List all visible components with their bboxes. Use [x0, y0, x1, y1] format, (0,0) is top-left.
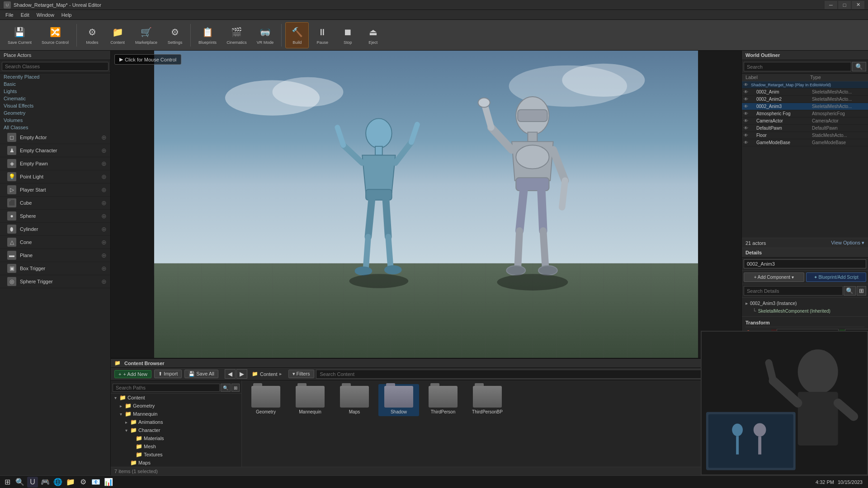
menu-window[interactable]: Window — [33, 11, 58, 19]
outliner-root[interactable]: 👁 Shadow_Retarget_Map (Play In EditoWorl… — [742, 81, 868, 89]
blueprint-script-button[interactable]: ✦ Blueprint/Add Script — [806, 272, 867, 282]
marketplace-button[interactable]: 🛒 Marketplace — [131, 22, 161, 48]
details-search-input[interactable] — [744, 286, 843, 296]
outliner-gamemode[interactable]: 👁 GameModeBase GameModeBase — [742, 139, 868, 146]
taskbar-app1-icon[interactable]: 📧 — [90, 477, 101, 488]
nav-back-button[interactable]: ◀ — [225, 369, 236, 379]
add-new-button[interactable]: + + Add New — [114, 370, 151, 378]
component-skeletal[interactable]: └ SkeletalMeshComponent (Inherited) — [745, 307, 864, 314]
maximize-button[interactable]: □ — [838, 1, 851, 9]
taskbar-steam-icon[interactable]: 🎮 — [40, 477, 51, 488]
search-classes-input[interactable] — [2, 62, 108, 71]
tree-geometry[interactable]: ▸ 📁 Geometry — [111, 402, 241, 410]
taskbar-browser-icon[interactable]: 🌐 — [52, 477, 63, 488]
outliner-floor[interactable]: 👁 Floor StaticMeshActo... — [742, 132, 868, 139]
tree-search-button[interactable]: 🔍 — [221, 384, 231, 392]
taskbar-settings-icon[interactable]: ⚙ — [78, 477, 89, 488]
outliner-default-pawn[interactable]: 👁 DefaultPawn DefaultPawn — [742, 125, 868, 132]
folder-thirdperson-icon — [429, 386, 458, 408]
actor-point-light[interactable]: 💡 Point Light ⊕ — [0, 170, 110, 183]
viewport[interactable]: ▶ Click for Mouse Control — [111, 51, 741, 358]
actor-cone[interactable]: △ Cone ⊕ — [0, 236, 110, 249]
category-lights[interactable]: Lights — [0, 88, 110, 95]
content-button[interactable]: 📁 Content — [106, 22, 129, 48]
add-component-button[interactable]: + Add Component ▾ — [744, 272, 804, 282]
modes-icon: ⚙ — [85, 25, 99, 39]
import-button[interactable]: ⬆ Import — [154, 370, 182, 378]
details-name-input[interactable] — [744, 259, 866, 268]
folder-geometry[interactable]: Geometry — [245, 384, 286, 416]
folder-mannequin[interactable]: Mannequin — [290, 384, 330, 416]
eject-button[interactable]: ⏏ Eject — [361, 22, 385, 48]
taskbar-explorer-icon[interactable]: 📁 — [65, 477, 76, 488]
category-basic[interactable]: Basic — [0, 80, 110, 88]
settings-button[interactable]: ⚙ Settings — [163, 22, 187, 48]
source-control-button[interactable]: 🔀 Source Control — [38, 22, 73, 48]
actor-cube[interactable]: ⬛ Cube ⊕ — [0, 197, 110, 210]
outliner-anim3[interactable]: 👁 0002_Anim3 SkeletalMeshActo... — [742, 103, 868, 110]
taskbar-search-icon[interactable]: 🔍 — [14, 477, 25, 488]
tree-options-button[interactable]: ⊞ — [231, 384, 240, 392]
outliner-anim1[interactable]: 👁 0002_Anim SkeletalMeshActo... — [742, 89, 868, 96]
modes-button[interactable]: ⚙ Modes — [80, 22, 104, 48]
actor-sphere[interactable]: ● Sphere ⊕ — [0, 210, 110, 223]
category-visual-effects[interactable]: Visual Effects — [0, 102, 110, 109]
category-all-classes[interactable]: All Classes — [0, 124, 110, 131]
nav-forward-button[interactable]: ▶ — [236, 369, 247, 379]
category-cinematic[interactable]: Cinematic — [0, 95, 110, 102]
details-search-icon[interactable]: 🔍 — [844, 286, 856, 296]
outliner-search-input[interactable] — [744, 62, 851, 71]
tree-content-root[interactable]: ▾ 📁 Content — [111, 394, 241, 402]
actor-sphere-trigger[interactable]: ◎ Sphere Trigger ⊕ — [0, 275, 110, 288]
tree-maps[interactable]: 📁 Maps — [111, 459, 241, 467]
actor-empty-character[interactable]: ♟ Empty Character ⊕ — [0, 144, 110, 157]
folder-shadow[interactable]: Shadow — [378, 384, 419, 416]
category-geometry[interactable]: Geometry — [0, 109, 110, 117]
save-current-button[interactable]: 💾 Save Current — [4, 22, 36, 48]
taskbar-app2-icon[interactable]: 📊 — [103, 477, 114, 488]
stop-button[interactable]: ⏹ Stop — [336, 22, 359, 48]
menu-edit[interactable]: Edit — [17, 11, 33, 19]
actor-cylinder[interactable]: ⬮ Cylinder ⊕ — [0, 223, 110, 236]
menu-file[interactable]: File — [2, 11, 17, 19]
pawn-type: DefaultPawn — [812, 126, 866, 131]
save-all-button[interactable]: 💾 Save All — [184, 370, 218, 378]
folder-thirdpersonbp[interactable]: ThirdPersonBP — [467, 384, 508, 416]
taskbar-windows-icon[interactable]: ⊞ — [2, 477, 13, 488]
tree-mesh[interactable]: 📁 Mesh — [111, 442, 241, 450]
pause-button[interactable]: ⏸ Pause — [311, 22, 334, 48]
tree-materials[interactable]: 📁 Materials — [111, 434, 241, 442]
category-recently-placed[interactable]: Recently Placed — [0, 73, 110, 80]
close-button[interactable]: ✕ — [852, 1, 864, 9]
taskbar-unreal-icon[interactable]: U — [27, 477, 38, 488]
minimize-button[interactable]: ─ — [825, 1, 837, 9]
tree-mannequin[interactable]: ▾ 📁 Mannequin — [111, 410, 241, 418]
outliner-anim2[interactable]: 👁 0002_Anim2 SkeletalMeshActo... — [742, 96, 868, 103]
actor-empty-actor[interactable]: ◻ Empty Actor ⊕ — [0, 131, 110, 144]
outliner-atmo-fog[interactable]: 👁 Atmospheric Fog AtmosphericFog — [742, 110, 868, 117]
outliner-search-button[interactable]: 🔍 — [852, 62, 866, 71]
tree-search-input[interactable] — [113, 384, 220, 392]
actor-plane[interactable]: ▬ Plane ⊕ — [0, 249, 110, 262]
filters-button[interactable]: ▾ Filters — [288, 370, 314, 378]
tree-character[interactable]: ▾ 📁 Character — [111, 426, 241, 434]
menu-help[interactable]: Help — [58, 11, 75, 19]
actor-empty-pawn[interactable]: ◈ Empty Pawn ⊕ — [0, 157, 110, 170]
details-view-toggle[interactable]: ⊞ — [857, 286, 866, 296]
vr-mode-button[interactable]: 🥽 VR Mode — [253, 22, 278, 48]
blueprints-button[interactable]: 📋 Blueprints — [194, 22, 221, 48]
component-root[interactable]: ▸ 0002_Anim3 (Instance) — [745, 300, 864, 307]
tree-animations[interactable]: ▸ 📁 Animations — [111, 418, 241, 426]
cinematics-button[interactable]: 🎬 Cinematics — [222, 22, 251, 48]
actor-player-start[interactable]: ▷ Player Start ⊕ — [0, 183, 110, 197]
folder-maps[interactable]: Maps — [334, 384, 375, 416]
category-volumes[interactable]: Volumes — [0, 117, 110, 124]
tree-textures[interactable]: 📁 Textures — [111, 450, 241, 459]
mouse-control-button[interactable]: ▶ Click for Mouse Control — [114, 54, 181, 65]
outliner-camera[interactable]: 👁 CameraActor CameraActor — [742, 117, 868, 125]
view-options[interactable]: View Options ▾ — [831, 240, 864, 246]
actor-box-trigger[interactable]: ▣ Box Trigger ⊕ — [0, 262, 110, 275]
build-button[interactable]: 🔨 Build — [285, 22, 309, 48]
folder-thirdperson[interactable]: ThirdPerson — [423, 384, 463, 416]
settings-label: Settings — [168, 40, 183, 45]
